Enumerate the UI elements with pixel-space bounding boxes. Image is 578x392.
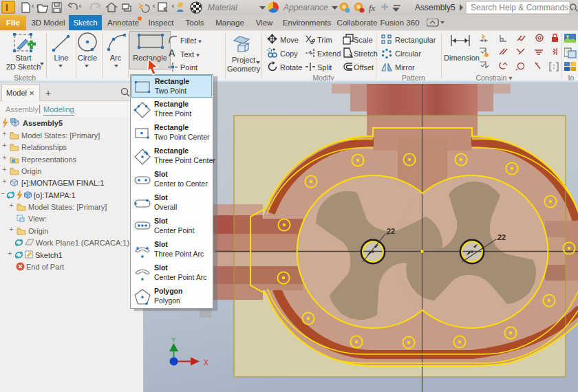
svg-text:Material: Material: [208, 3, 237, 12]
svg-text:Y: Y: [171, 336, 176, 343]
svg-text:X: X: [204, 359, 208, 367]
svg-text:Search Help & Commands...: Search Help & Commands...: [471, 3, 575, 12]
svg-text:Appearance: Appearance: [283, 3, 328, 12]
svg-text:Assembly5: Assembly5: [415, 3, 456, 12]
svg-text:I: I: [6, 2, 8, 13]
svg-text:22: 22: [497, 233, 506, 241]
svg-text:fx: fx: [369, 3, 376, 13]
svg-text:22: 22: [387, 227, 395, 235]
